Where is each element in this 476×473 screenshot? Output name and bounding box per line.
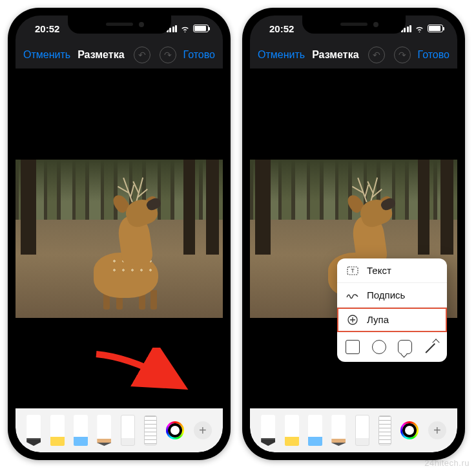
signature-icon bbox=[346, 290, 359, 300]
highlighter-blue-tool[interactable] bbox=[308, 415, 322, 446]
done-button[interactable]: Готово bbox=[183, 49, 215, 61]
highlighter-yellow-tool[interactable] bbox=[50, 415, 65, 446]
redo-button[interactable]: ↷ bbox=[394, 47, 411, 63]
menu-item-signature[interactable]: Подпись bbox=[337, 283, 447, 308]
phone-left: 20:52 Отменить Разметка ↶ ↷ Готово bbox=[8, 8, 231, 460]
shape-circle[interactable] bbox=[372, 340, 386, 354]
shape-arrow[interactable] bbox=[424, 340, 439, 354]
status-time: 20:52 bbox=[30, 23, 59, 34]
wifi-icon bbox=[415, 25, 424, 32]
highlighter-yellow-tool[interactable] bbox=[285, 415, 299, 446]
menu-item-text[interactable]: T Текст bbox=[337, 258, 447, 283]
markup-toolbar: + bbox=[16, 408, 223, 452]
navigation-bar: Отменить Разметка ↶ ↷ Готово bbox=[250, 41, 457, 68]
pen-tool[interactable] bbox=[26, 415, 41, 446]
cancel-button[interactable]: Отменить bbox=[23, 49, 70, 61]
pencil-tool[interactable] bbox=[331, 415, 346, 446]
add-button[interactable]: + bbox=[428, 421, 446, 439]
battery-icon bbox=[428, 25, 443, 32]
undo-button[interactable]: ↶ bbox=[134, 47, 150, 63]
photo-deer bbox=[16, 160, 223, 318]
pen-tool[interactable] bbox=[261, 415, 275, 446]
undo-button[interactable]: ↶ bbox=[368, 47, 385, 63]
highlighter-blue-tool[interactable] bbox=[74, 415, 88, 446]
status-indicators bbox=[167, 25, 209, 32]
magnifier-icon bbox=[346, 315, 359, 325]
eraser-tool[interactable] bbox=[121, 415, 135, 446]
text-icon: T bbox=[346, 266, 359, 276]
add-button[interactable]: + bbox=[194, 421, 212, 439]
notch bbox=[68, 16, 171, 34]
svg-text:T: T bbox=[351, 268, 355, 274]
menu-item-magnifier[interactable]: Лупа bbox=[337, 308, 447, 332]
add-popup-menu: T Текст Подпись Лупа bbox=[337, 258, 447, 362]
screen: 20:52 Отменить Разметка ↶ ↷ Готово bbox=[250, 16, 457, 452]
cancel-button[interactable]: Отменить bbox=[258, 49, 305, 61]
ruler-tool[interactable] bbox=[378, 415, 391, 445]
markup-toolbar: + bbox=[250, 408, 457, 452]
ruler-tool[interactable] bbox=[144, 415, 157, 445]
color-picker[interactable] bbox=[400, 421, 419, 439]
wifi-icon bbox=[180, 25, 190, 32]
status-indicators bbox=[401, 25, 444, 32]
phone-right: 20:52 Отменить Разметка ↶ ↷ Готово bbox=[242, 8, 465, 460]
screen: 20:52 Отменить Разметка ↶ ↷ Готово bbox=[16, 16, 223, 452]
menu-label: Подпись bbox=[367, 289, 405, 300]
nav-title: Разметка bbox=[78, 49, 124, 61]
image-canvas[interactable]: T Текст Подпись Лупа bbox=[250, 68, 457, 408]
menu-label: Текст bbox=[367, 265, 391, 276]
shape-speech-bubble[interactable] bbox=[398, 340, 412, 354]
shape-rectangle[interactable] bbox=[346, 340, 360, 354]
navigation-bar: Отменить Разметка ↶ ↷ Готово bbox=[16, 41, 223, 68]
nav-title: Разметка bbox=[312, 49, 358, 61]
menu-shapes-row bbox=[337, 332, 447, 362]
watermark: 24hitech.ru bbox=[424, 458, 470, 468]
image-canvas[interactable] bbox=[16, 68, 223, 408]
menu-label: Лупа bbox=[367, 314, 389, 325]
battery-icon bbox=[193, 25, 209, 32]
status-time: 20:52 bbox=[264, 23, 294, 34]
color-picker[interactable] bbox=[166, 421, 184, 439]
notch bbox=[302, 16, 406, 34]
eraser-tool[interactable] bbox=[355, 415, 369, 446]
redo-button[interactable]: ↷ bbox=[160, 47, 176, 63]
done-button[interactable]: Готово bbox=[418, 49, 450, 61]
pencil-tool[interactable] bbox=[97, 415, 111, 446]
